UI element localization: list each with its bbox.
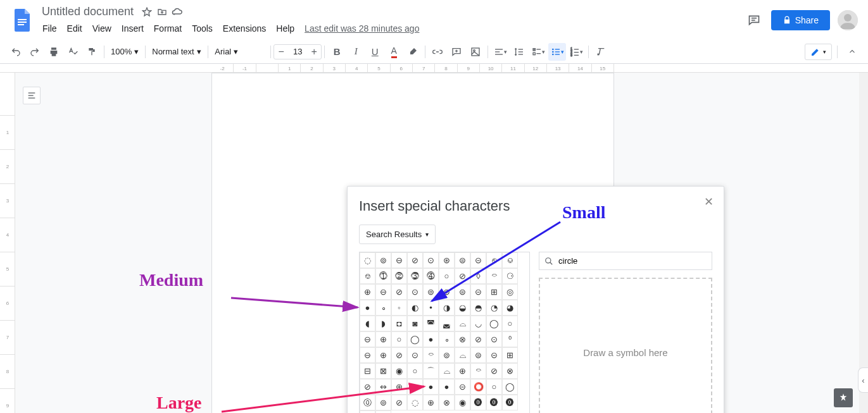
char-cell[interactable]: ⊖	[360, 347, 375, 363]
char-cell[interactable]: ⊕	[360, 284, 375, 300]
char-cell[interactable]: ⊗	[439, 395, 455, 410]
char-cell[interactable]: ◒	[455, 300, 470, 316]
char-cell[interactable]: ◘	[391, 316, 407, 331]
char-cell[interactable]: ⊝	[455, 379, 470, 395]
char-cell[interactable]: ◯	[502, 379, 518, 395]
insert-link-icon[interactable]	[429, 43, 446, 61]
move-icon[interactable]	[156, 6, 168, 18]
char-cell[interactable]: ◉	[391, 363, 407, 379]
char-cell[interactable]: ⊕	[391, 379, 407, 395]
char-cell[interactable]: ◓	[470, 300, 486, 316]
char-cell[interactable]: ◊	[470, 268, 486, 284]
char-cell[interactable]: ◌	[407, 395, 423, 410]
char-cell[interactable]: ⓶	[391, 268, 407, 284]
char-cell[interactable]: ⊝	[470, 252, 486, 268]
font-size-decrease[interactable]: −	[274, 45, 288, 59]
char-cell[interactable]: ⌔	[470, 363, 486, 379]
avatar[interactable]	[838, 10, 858, 30]
ruler-vertical[interactable]: 123456789	[0, 73, 15, 413]
comments-icon[interactable]	[745, 11, 763, 29]
char-cell[interactable]: ⊕	[423, 395, 439, 410]
char-cell[interactable]: ⊖	[375, 284, 391, 300]
menu-file[interactable]: File	[38, 21, 61, 36]
char-cell[interactable]: ⎉	[502, 252, 518, 268]
char-cell[interactable]: ◉	[455, 395, 470, 410]
char-cell[interactable]: ○	[486, 379, 502, 395]
text-color-icon[interactable]: A	[385, 43, 403, 61]
char-cell[interactable]: ⊘	[486, 363, 502, 379]
char-cell[interactable]: ⓿	[502, 395, 518, 410]
char-cell[interactable]: ●	[423, 331, 439, 347]
char-cell[interactable]: ⊝	[486, 347, 502, 363]
font-size-increase[interactable]: +	[307, 45, 321, 59]
char-cell[interactable]: ◌	[360, 252, 375, 268]
char-cell[interactable]: ●	[360, 300, 375, 316]
char-cell[interactable]: ○	[407, 363, 423, 379]
line-spacing-icon[interactable]	[510, 43, 528, 61]
char-cell[interactable]: ⊜	[455, 284, 470, 300]
char-cell[interactable]: ⚆	[502, 268, 518, 284]
char-cell[interactable]: ⎊	[360, 268, 375, 284]
char-cell[interactable]: ⊞	[502, 347, 518, 363]
char-cell[interactable]: ⊙	[407, 347, 423, 363]
char-cell[interactable]: ⇔	[375, 379, 391, 395]
char-cell[interactable]: ⌓	[455, 347, 470, 363]
char-cell[interactable]: ⌔	[486, 268, 502, 284]
draw-symbol-area[interactable]: Draw a symbol here	[539, 278, 712, 413]
highlight-color-icon[interactable]	[404, 43, 422, 61]
char-cell[interactable]	[375, 410, 391, 413]
menu-tools[interactable]: Tools	[187, 21, 217, 36]
style-dropdown[interactable]: Normal text▾	[148, 44, 205, 59]
char-cell[interactable]: ⊛	[439, 252, 455, 268]
char-cell[interactable]: ⊘	[391, 284, 407, 300]
char-cell[interactable]: ⓸	[423, 268, 439, 284]
char-cell[interactable]: ⊙	[407, 284, 423, 300]
close-icon[interactable]: ✕	[702, 195, 715, 208]
char-cell[interactable]: ⊚	[375, 395, 391, 410]
insert-image-icon[interactable]	[467, 43, 484, 61]
char-cell[interactable]: ⊟	[360, 363, 375, 379]
char-cell[interactable]: ⁰	[502, 331, 518, 347]
char-cell[interactable]: ⊗	[502, 363, 518, 379]
last-edit-link[interactable]: Last edit was 28 minutes ago	[300, 21, 424, 36]
char-cell[interactable]: ◦	[391, 300, 407, 316]
char-cell[interactable]: ⓿	[486, 395, 502, 410]
share-button[interactable]: Share	[771, 10, 830, 30]
font-size-value[interactable]: 13	[288, 47, 307, 56]
char-cell[interactable]: ⊞	[486, 284, 502, 300]
char-cell[interactable]: ⊙	[486, 331, 502, 347]
menu-view[interactable]: View	[88, 21, 116, 36]
search-input[interactable]	[558, 256, 707, 266]
char-cell[interactable]: ⌒	[423, 363, 439, 379]
menu-extensions[interactable]: Extensions	[218, 21, 270, 36]
spellcheck-icon[interactable]	[64, 43, 82, 61]
scrollbar-vertical[interactable]	[859, 73, 868, 413]
undo-icon[interactable]	[7, 43, 25, 61]
char-cell[interactable]: ∘	[375, 300, 391, 316]
edit-mode-dropdown[interactable]: ▾	[805, 44, 832, 60]
char-cell[interactable]: ⌓	[455, 316, 470, 331]
char-cell[interactable]: ◕	[502, 300, 518, 316]
char-cell[interactable]: ⊖	[360, 331, 375, 347]
char-cell[interactable]: ⊕	[375, 347, 391, 363]
category-select[interactable]: Search Results ▾	[359, 225, 436, 244]
menu-format[interactable]: Format	[149, 21, 186, 36]
char-cell[interactable]: ∘	[439, 331, 455, 347]
char-cell[interactable]: ⊕	[375, 331, 391, 347]
print-icon[interactable]	[45, 43, 63, 61]
char-cell[interactable]: ⊚	[423, 284, 439, 300]
numbered-list-icon[interactable]: 123▾	[567, 43, 585, 61]
char-cell[interactable]: ⊜	[470, 347, 486, 363]
char-cell[interactable]: ⊘	[391, 395, 407, 410]
char-cell[interactable]: ◛	[439, 316, 455, 331]
menu-insert[interactable]: Insert	[117, 21, 148, 36]
char-cell[interactable]: ⓪	[360, 395, 375, 410]
char-cell[interactable]: ◙	[407, 316, 423, 331]
char-cell[interactable]: ●	[423, 379, 439, 395]
char-cell[interactable]: ⊕	[455, 363, 470, 379]
char-cell[interactable]: ⊘	[470, 331, 486, 347]
char-cell[interactable]: ⓿	[360, 410, 375, 413]
paint-format-icon[interactable]	[83, 43, 101, 61]
char-cell[interactable]: ◯	[486, 316, 502, 331]
collapse-toolbar-icon[interactable]	[843, 43, 861, 61]
